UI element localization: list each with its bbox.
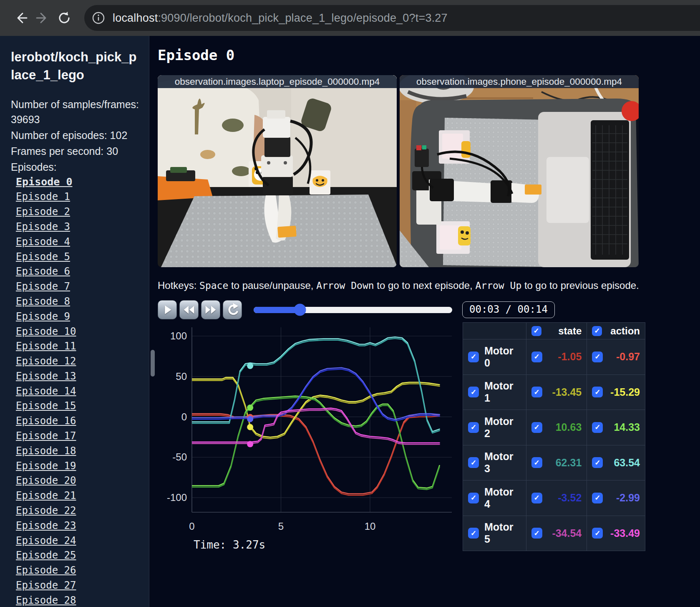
table-row: ✓Motor 4✓-3.52✓-2.99	[463, 481, 645, 516]
checkbox[interactable]: ✓	[592, 352, 603, 362]
episode-link[interactable]: Episode 11	[16, 340, 76, 352]
episode-link[interactable]: Episode 22	[16, 505, 76, 516]
hotkey-space: Space	[199, 280, 228, 291]
episode-link[interactable]: Episode 24	[16, 535, 76, 546]
time-display: 00:03 / 00:14	[462, 301, 555, 318]
loop-button[interactable]	[223, 300, 242, 319]
table-row: ✓Motor 2✓10.63✓14.33	[463, 410, 645, 445]
svg-text:50: 50	[176, 371, 187, 382]
checkbox[interactable]: ✓	[468, 422, 479, 433]
episode-link[interactable]: Episode 12	[16, 355, 76, 367]
state-value: -34.54	[542, 527, 582, 539]
checkbox[interactable]: ✓	[531, 528, 542, 539]
episode-link[interactable]: Episode 6	[16, 266, 70, 277]
rewind-button[interactable]	[179, 300, 199, 319]
checkbox[interactable]: ✓	[468, 493, 479, 503]
hotkey-arrow-down: Arrow Down	[316, 280, 374, 291]
checkbox[interactable]: ✓	[468, 457, 479, 468]
checkbox[interactable]: ✓	[531, 493, 542, 503]
action-value: -15.29	[603, 386, 640, 398]
stat-fps: Frames per second: 30	[11, 144, 140, 159]
episode-link[interactable]: Episode 19	[16, 460, 76, 472]
video-laptop-preview	[158, 75, 397, 267]
loop-icon	[223, 300, 242, 319]
video-row: observation.images.laptop_episode_000000…	[158, 75, 700, 267]
episode-link[interactable]: Episode 18	[16, 445, 76, 457]
svg-text:-100: -100	[167, 492, 187, 503]
checkbox[interactable]: ✓	[468, 528, 479, 539]
video-phone-label: observation.images.phone_episode_000000.…	[416, 76, 622, 87]
state-value: -1.05	[542, 351, 582, 363]
seek-thumb[interactable]	[294, 304, 306, 316]
episode-link[interactable]: Episode 25	[16, 549, 76, 561]
checkbox[interactable]: ✓	[468, 387, 479, 397]
fast-forward-button[interactable]	[201, 300, 220, 319]
reload-icon[interactable]	[53, 7, 75, 29]
browser-toolbar: localhost:9090/lerobot/koch_pick_place_1…	[0, 0, 700, 36]
checkbox[interactable]: ✓	[592, 457, 603, 468]
seek-fill	[254, 307, 300, 313]
video-laptop[interactable]: observation.images.laptop_episode_000000…	[158, 75, 397, 267]
svg-text:-50: -50	[172, 451, 187, 463]
episode-link[interactable]: Episode 3	[16, 221, 70, 233]
play-button[interactable]	[158, 300, 177, 319]
video-phone[interactable]: observation.images.phone_episode_000000.…	[400, 75, 639, 267]
video-laptop-header: observation.images.laptop_episode_000000…	[158, 75, 397, 88]
column-header: state	[541, 325, 582, 337]
episode-link[interactable]: Episode 21	[16, 490, 76, 501]
episode-link[interactable]: Episode 10	[16, 326, 76, 337]
episode-link[interactable]: Episode 20	[16, 475, 76, 486]
episode-link[interactable]: Episode 15	[16, 400, 76, 412]
episode-link[interactable]: Episode 8	[16, 296, 70, 307]
back-icon[interactable]	[10, 7, 32, 29]
rewind-icon	[180, 300, 198, 319]
forward-icon[interactable]	[32, 7, 53, 29]
episode-link[interactable]: Episode 13	[16, 370, 76, 382]
chart-area: 100500-50-1000510 Time: 3.27s	[158, 322, 456, 551]
table-row: ✓Motor 3✓62.31✓63.54	[463, 445, 645, 481]
episodes-label: Episodes:	[11, 159, 140, 175]
checkbox[interactable]: ✓	[531, 387, 542, 397]
action-value: -0.97	[603, 351, 640, 363]
checkbox[interactable]: ✓	[592, 387, 603, 397]
episode-link[interactable]: Episode 14	[16, 385, 76, 397]
info-icon[interactable]	[89, 9, 108, 27]
fast-forward-icon	[201, 300, 220, 319]
dataset-stats: Number of samples/frames: 39693 Number o…	[11, 97, 140, 175]
address-bar[interactable]: localhost:9090/lerobot/koch_pick_place_1…	[84, 5, 700, 31]
table-row: ✓Motor 1✓-13.45✓-15.29	[463, 374, 645, 410]
lego-brick	[277, 225, 297, 238]
checkbox[interactable]: ✓	[592, 326, 602, 336]
table-row: ✓Motor 5✓-34.54✓-33.49	[463, 516, 645, 551]
checkbox[interactable]: ✓	[592, 422, 603, 433]
episode-link[interactable]: Episode 1	[16, 191, 70, 202]
checkbox[interactable]: ✓	[531, 422, 542, 433]
checkbox[interactable]: ✓	[531, 352, 542, 362]
episode-link[interactable]: Episode 9	[16, 311, 70, 322]
episode-link[interactable]: Episode 2	[16, 206, 70, 218]
checkbox[interactable]: ✓	[531, 457, 542, 468]
checkbox[interactable]: ✓	[592, 493, 603, 503]
episode-link[interactable]: Episode 16	[16, 415, 76, 427]
seek-slider[interactable]	[254, 307, 452, 313]
episode-link[interactable]: Episode 0	[16, 176, 72, 188]
svg-text:0: 0	[189, 521, 194, 532]
episode-link[interactable]: Episode 17	[16, 430, 76, 442]
episode-link[interactable]: Episode 28	[16, 594, 76, 606]
sidebar-scrollbar-thumb[interactable]	[151, 350, 155, 377]
svg-text:0: 0	[181, 411, 187, 422]
action-value: 14.33	[603, 421, 640, 433]
episode-link[interactable]: Episode 4	[16, 236, 70, 248]
checkbox[interactable]: ✓	[468, 352, 479, 362]
episode-link[interactable]: Episode 26	[16, 564, 76, 576]
url-path: :9090/lerobot/koch_pick_place_1_lego/epi…	[158, 12, 447, 24]
episode-link[interactable]: Episode 7	[16, 281, 70, 292]
episode-link[interactable]: Episode 27	[16, 579, 76, 591]
episode-link[interactable]: Episode 5	[16, 251, 70, 263]
lego-brick-held	[525, 185, 541, 195]
stat-samples: Number of samples/frames: 39693	[11, 97, 140, 127]
checkbox[interactable]: ✓	[592, 528, 603, 539]
episode-link[interactable]: Episode 23	[16, 520, 76, 531]
motor-table: ✓state✓action ✓Motor 0✓-1.05✓-0.97✓Motor…	[463, 322, 645, 551]
checkbox[interactable]: ✓	[531, 326, 541, 336]
